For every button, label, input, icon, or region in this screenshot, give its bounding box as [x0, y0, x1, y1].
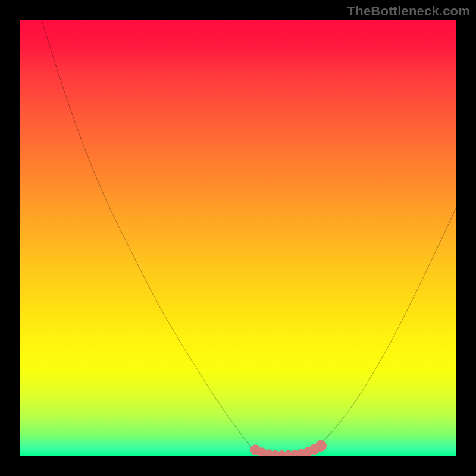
- chart-frame: TheBottleneck.com: [0, 0, 476, 476]
- bottleneck-curve: [42, 20, 456, 455]
- watermark-text: TheBottleneck.com: [347, 4, 470, 19]
- data-marker: [315, 440, 327, 452]
- marker-group: [250, 440, 327, 456]
- curve-layer: [20, 20, 456, 456]
- plot-area: [20, 20, 456, 456]
